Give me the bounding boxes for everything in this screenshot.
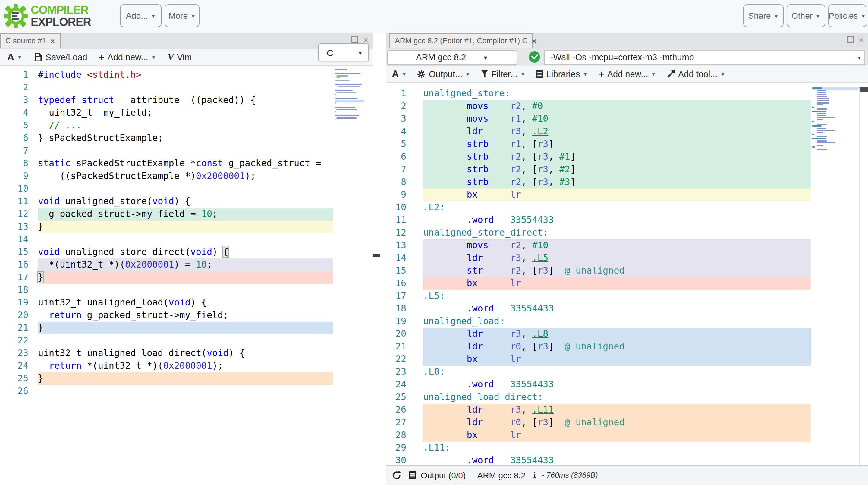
line-number[interactable]: 22: [0, 334, 28, 347]
output-options-button[interactable]: Output... ▼: [417, 69, 470, 78]
line-number[interactable]: 16: [0, 258, 28, 271]
line-number[interactable]: 29: [386, 442, 406, 454]
recompile-icon[interactable]: [392, 471, 401, 480]
line-number[interactable]: 15: [0, 246, 28, 258]
close-icon[interactable]: ×: [364, 36, 368, 42]
line-number[interactable]: 20: [0, 309, 28, 322]
line-number[interactable]: 14: [0, 233, 28, 246]
code-line[interactable]: 24 .word 33554433: [386, 378, 868, 391]
asm-minimap[interactable]: [812, 87, 838, 151]
line-number[interactable]: 23: [386, 366, 406, 378]
code-line[interactable]: 7: [0, 144, 373, 157]
line-number[interactable]: 16: [386, 277, 406, 290]
code-line[interactable]: 20 return g_packed_struct->my_field;: [0, 309, 373, 322]
line-number[interactable]: 30: [386, 454, 406, 465]
other-button[interactable]: Other▼: [786, 4, 825, 27]
line-number[interactable]: 6: [386, 151, 406, 163]
splitter-drag-handle[interactable]: [373, 254, 380, 257]
line-number[interactable]: 12: [386, 227, 406, 239]
line-number[interactable]: 25: [0, 372, 28, 385]
line-number[interactable]: 10: [386, 201, 406, 214]
code-line[interactable]: 29.L11:: [386, 442, 868, 454]
line-number[interactable]: 26: [386, 404, 406, 416]
vim-toggle-button[interactable]: V Vim: [167, 52, 192, 62]
code-line[interactable]: 11 .word 33554433: [386, 214, 868, 227]
code-line[interactable]: 25unaligned_load_direct:: [386, 391, 868, 404]
code-line[interactable]: 30 .word 33554433: [386, 454, 868, 465]
line-number[interactable]: 19: [386, 315, 406, 328]
code-line[interactable]: 15 str r2, [r3] @ unaligned: [386, 264, 868, 277]
line-number[interactable]: 13: [0, 221, 28, 233]
line-number[interactable]: 18: [386, 302, 406, 315]
line-number[interactable]: 2: [0, 81, 28, 94]
line-number[interactable]: 27: [386, 416, 406, 429]
line-number[interactable]: 8: [386, 176, 406, 189]
code-line[interactable]: 19unaligned_load:: [386, 315, 868, 328]
code-line[interactable]: 16 *(uint32_t *)(0x2000001) = 10;: [0, 258, 373, 271]
close-icon[interactable]: ×: [859, 36, 864, 42]
code-line[interactable]: 9 bx lr: [386, 189, 868, 201]
close-icon[interactable]: ×: [50, 36, 55, 45]
line-number[interactable]: 23: [0, 347, 28, 360]
code-line[interactable]: 26 ldr r3, .L11: [386, 404, 868, 416]
line-number[interactable]: 2: [386, 100, 406, 113]
code-line[interactable]: 7 strb r2, [r3, #2]: [386, 163, 868, 176]
line-number[interactable]: 19: [0, 296, 28, 309]
line-number[interactable]: 9: [0, 170, 28, 183]
pane-splitter[interactable]: [373, 33, 386, 485]
font-size-button[interactable]: A▼: [7, 52, 22, 62]
code-line[interactable]: 15void unaligned_store_direct(void) {: [0, 246, 373, 258]
line-number[interactable]: 13: [386, 239, 406, 252]
compiler-select[interactable]: ARM gcc 8.2 ▼: [387, 50, 517, 65]
code-line[interactable]: 3 movs r1, #10: [386, 113, 868, 125]
more-button[interactable]: More▼: [164, 4, 199, 27]
info-icon[interactable]: i: [533, 471, 536, 480]
code-line[interactable]: 20 ldr r3, .L8: [386, 328, 868, 341]
tab-c-source[interactable]: C source #1 ×: [0, 33, 61, 48]
line-number[interactable]: 26: [0, 385, 28, 398]
filter-button[interactable]: Filter... ▼: [481, 69, 525, 78]
options-dropdown-button[interactable]: ▼: [854, 50, 864, 64]
output-counts[interactable]: Output (0/0): [421, 471, 466, 480]
line-number[interactable]: 9: [386, 189, 406, 201]
code-line[interactable]: 4 ldr r3, .L2: [386, 125, 868, 138]
close-icon[interactable]: ×: [532, 36, 536, 45]
code-line[interactable]: 1unaligned_store:: [386, 87, 868, 100]
compiler-explorer-logo-icon[interactable]: [3, 4, 28, 29]
tab-compiler-output[interactable]: ARM gcc 8.2 (Editor #1, Compiler #1) C ×: [390, 33, 533, 48]
line-number[interactable]: 1: [0, 69, 28, 81]
maximize-icon[interactable]: [351, 36, 358, 43]
font-size-button[interactable]: A▼: [392, 68, 407, 79]
code-line[interactable]: 22: [0, 334, 373, 347]
maximize-icon[interactable]: [847, 36, 854, 43]
line-number[interactable]: 8: [0, 157, 28, 170]
line-number[interactable]: 11: [0, 195, 28, 208]
line-number[interactable]: 25: [386, 391, 406, 404]
line-number[interactable]: 24: [386, 378, 406, 391]
code-line[interactable]: 14: [0, 233, 373, 246]
code-line[interactable]: 23.L8:: [386, 366, 868, 378]
line-number[interactable]: 11: [386, 214, 406, 227]
code-line[interactable]: 22 bx lr: [386, 353, 868, 366]
code-line[interactable]: 18 .word 33554433: [386, 302, 868, 315]
line-number[interactable]: 17: [386, 290, 406, 302]
libraries-button[interactable]: Libraries ▼: [536, 69, 588, 78]
code-line[interactable]: 13}: [0, 221, 373, 233]
add-tool-button[interactable]: Add tool... ▼: [667, 69, 725, 78]
code-line[interactable]: 1#include <stdint.h>: [0, 69, 373, 81]
code-line[interactable]: 21 ldr r0, [r3] @ unaligned: [386, 341, 868, 353]
code-line[interactable]: 12unaligned_store_direct:: [386, 227, 868, 239]
line-number[interactable]: 3: [386, 113, 406, 125]
code-line[interactable]: 27 ldr r0, [r3] @ unaligned: [386, 416, 868, 429]
code-line[interactable]: 6 strb r2, [r3, #1]: [386, 151, 868, 163]
compiler-options-input[interactable]: -Wall -Os -mcpu=cortex-m3 -mthumb: [545, 53, 854, 62]
code-line[interactable]: 11void unaligned_store(void) {: [0, 195, 373, 208]
code-line[interactable]: 10.L2:: [386, 201, 868, 214]
code-line[interactable]: 21}: [0, 322, 373, 334]
source-editor[interactable]: 1#include <stdint.h>23typedef struct __a…: [0, 66, 373, 485]
code-line[interactable]: 19uint32_t unaligned_load(void) {: [0, 296, 373, 309]
code-line[interactable]: 8static sPackedStructExample *const g_pa…: [0, 157, 373, 170]
add-new-button[interactable]: + Add new... ▼: [598, 68, 656, 79]
line-number[interactable]: 21: [0, 322, 28, 334]
output-log-icon[interactable]: [409, 471, 416, 480]
